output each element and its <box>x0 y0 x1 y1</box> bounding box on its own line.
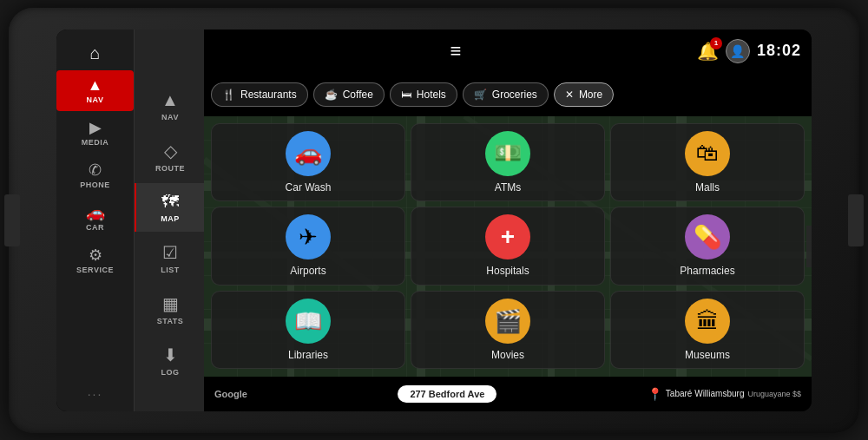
airports-icon: ✈ <box>299 224 318 251</box>
clock-display: 18:02 <box>757 42 801 60</box>
airports-label: Airports <box>290 265 326 277</box>
more-label: More <box>579 89 602 101</box>
poi-grid: 🚗 Car Wash 💵 ATMs 🛍 Mall <box>204 116 812 377</box>
pharmacies-icon: 💊 <box>694 224 721 251</box>
car-wash-icon: 🚗 <box>294 140 322 167</box>
service-icon: ⚙ <box>89 247 102 263</box>
airports-icon-circle: ✈ <box>286 214 331 259</box>
coffee-button[interactable]: ☕ Coffee <box>313 82 385 107</box>
close-icon: ✕ <box>565 89 574 101</box>
poi-card-hospitals[interactable]: + Hospitals <box>411 207 605 286</box>
nav-arrow-icon: ▲ <box>88 77 103 93</box>
location-sub: Uruguayane $$ <box>747 390 801 398</box>
location-pin-icon: 📍 <box>648 387 662 401</box>
notification-bell[interactable]: 🔔 1 <box>697 41 719 62</box>
groceries-button[interactable]: 🛒 Groceries <box>463 82 549 107</box>
nav-sub-nav-icon: ▲ <box>161 90 179 110</box>
nav-sub-nav[interactable]: ▲ NAV <box>135 82 204 130</box>
poi-card-airports[interactable]: ✈ Airports <box>211 207 405 286</box>
avatar-icon: 👤 <box>730 44 745 58</box>
hamburger-menu-icon[interactable]: ≡ <box>450 40 462 62</box>
atms-icon-circle: 💵 <box>485 131 530 176</box>
hospitals-label: Hospitals <box>486 265 529 277</box>
atms-label: ATMs <box>495 181 521 194</box>
poi-card-movies[interactable]: 🎬 Movies <box>411 291 605 370</box>
sidebar-item-car[interactable]: 🚗 CAR <box>56 198 134 239</box>
nav-sub-route[interactable]: ◇ ROUTE <box>135 132 204 181</box>
car-wash-icon-circle: 🚗 <box>286 131 331 176</box>
home-icon: ⌂ <box>89 44 100 62</box>
sidebar-item-media[interactable]: ▶ MEDIA <box>56 113 134 154</box>
malls-icon-circle: 🛍 <box>685 131 730 176</box>
restaurants-label: Restaurants <box>240 89 297 101</box>
user-avatar[interactable]: 👤 <box>726 39 750 63</box>
sidebar-item-phone[interactable]: ✆ PHONE <box>56 155 134 196</box>
atms-icon: 💵 <box>494 140 522 167</box>
sidebar-item-nav[interactable]: ▲ NAV <box>56 70 134 111</box>
nav-sub-map-label: MAP <box>161 214 180 223</box>
sidebar-car-label: CAR <box>86 223 104 232</box>
top-bar-center: ≡ <box>450 40 462 62</box>
location-info: 📍 Tabaré Williamsburg Uruguayane $$ <box>648 387 801 401</box>
notification-badge: 1 <box>710 37 722 49</box>
poi-card-museums[interactable]: 🏛 Museums <box>610 291 805 370</box>
main-content: ≡ 🔔 1 👤 18:02 🍴 Restaurants <box>204 30 812 411</box>
hospitals-icon-circle: + <box>485 214 530 259</box>
sidebar-more-dots[interactable]: ··· <box>88 387 103 401</box>
nav-sub-map[interactable]: 🗺 MAP <box>135 183 204 232</box>
nav-sub-map-icon: 🗺 <box>161 192 179 212</box>
poi-card-car-wash[interactable]: 🚗 Car Wash <box>211 123 405 202</box>
malls-icon: 🛍 <box>696 140 719 167</box>
mount-right <box>848 194 864 246</box>
hotels-label: Hotels <box>417 89 446 101</box>
pharmacies-icon-circle: 💊 <box>685 214 730 259</box>
movies-icon-circle: 🎬 <box>485 299 530 344</box>
location-name: Tabaré Williamsburg <box>666 389 745 398</box>
coffee-icon: ☕ <box>325 89 338 101</box>
poi-card-pharmacies[interactable]: 💊 Pharmacies <box>610 207 805 286</box>
nav-sub-log[interactable]: ⬇ LOG <box>135 336 204 385</box>
address-pill[interactable]: 277 Bedford Ave <box>398 385 496 403</box>
poi-card-atms[interactable]: 💵 ATMs <box>411 123 605 202</box>
map-area: 🚗 Car Wash 💵 ATMs 🛍 Mall <box>204 116 812 377</box>
nav-sub-list[interactable]: ☑ LIST <box>135 233 204 283</box>
nav-sub-nav-label: NAV <box>161 113 179 121</box>
nav-sub-log-icon: ⬇ <box>163 345 178 365</box>
nav-sub-list-label: LIST <box>161 266 180 274</box>
groceries-icon: 🛒 <box>474 89 487 101</box>
nav-sub-stats[interactable]: ▦ STATS <box>135 285 204 334</box>
poi-card-libraries[interactable]: 📖 Libraries <box>211 291 405 370</box>
more-button[interactable]: ✕ More <box>554 82 614 107</box>
media-icon: ▶ <box>89 120 102 135</box>
nav-sub-stats-icon: ▦ <box>162 293 179 314</box>
restaurants-icon: 🍴 <box>222 89 235 101</box>
phone-icon: ✆ <box>89 162 102 178</box>
device-frame: ⌂ ▲ NAV ▶ MEDIA ✆ PHONE 🚗 CAR ⚙ SERVICE <box>9 8 859 433</box>
museums-icon-circle: 🏛 <box>685 299 730 344</box>
car-wash-label: Car Wash <box>286 181 332 194</box>
libraries-icon: 📖 <box>294 308 322 335</box>
sidebar-media-label: MEDIA <box>82 138 109 147</box>
category-bar: 🍴 Restaurants ☕ Coffee 🛏 Hotels 🛒 Grocer… <box>204 73 812 116</box>
sidebar-item-home[interactable]: ⌂ <box>56 37 134 69</box>
nav-submenu: ▲ NAV ◇ ROUTE 🗺 MAP ☑ LIST ▦ STATS ⬇ LOG <box>135 30 204 411</box>
hospitals-icon: + <box>501 223 515 251</box>
pharmacies-label: Pharmacies <box>680 265 734 277</box>
sidebar-nav-label: NAV <box>87 95 104 104</box>
groceries-label: Groceries <box>492 89 537 101</box>
car-icon: 🚗 <box>86 205 105 220</box>
movies-label: Movies <box>491 349 524 361</box>
museums-icon: 🏛 <box>696 308 719 335</box>
nav-sub-route-label: ROUTE <box>155 164 185 173</box>
hotels-button[interactable]: 🛏 Hotels <box>390 82 457 107</box>
coffee-label: Coffee <box>343 89 373 101</box>
museums-label: Museums <box>685 349 730 361</box>
restaurants-button[interactable]: 🍴 Restaurants <box>211 82 308 107</box>
sidebar-item-service[interactable]: ⚙ SERVICE <box>56 240 134 281</box>
top-bar-right: 🔔 1 👤 18:02 <box>697 39 801 63</box>
google-logo: Google <box>214 389 247 399</box>
poi-card-malls[interactable]: 🛍 Malls <box>610 123 805 202</box>
screen: ⌂ ▲ NAV ▶ MEDIA ✆ PHONE 🚗 CAR ⚙ SERVICE <box>56 30 812 411</box>
sidebar: ⌂ ▲ NAV ▶ MEDIA ✆ PHONE 🚗 CAR ⚙ SERVICE <box>56 30 135 411</box>
expand-chevron[interactable]: › <box>806 226 812 267</box>
